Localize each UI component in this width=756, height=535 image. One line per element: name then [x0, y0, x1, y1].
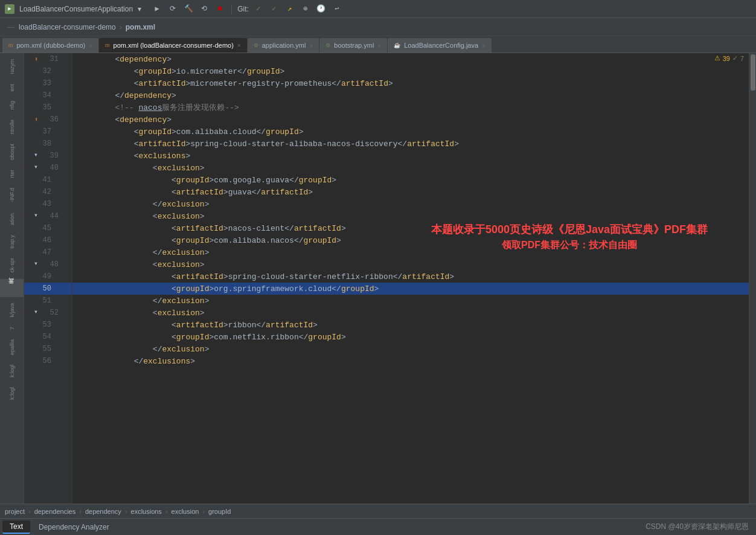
line-num-41: 41 [37, 176, 51, 184]
code-line-52: <exclusion> [72, 307, 756, 319]
tab-pom-dubbo[interactable]: m pom.xml (dubbo-demo) × [2, 38, 98, 53]
breadcrumb-bar: — loadBalancer-consumer-demo › pom.xml [0, 18, 756, 36]
warning-count: 39 [723, 55, 730, 62]
gutter-43: 43 [24, 198, 72, 210]
tab-close-1[interactable]: × [89, 42, 92, 49]
sidebar-item-infd[interactable]: -INF.d [8, 184, 16, 206]
tab-loadbalancer-config[interactable]: ☕ LoadBalancerConfig.java × [388, 38, 492, 53]
gutter-54: 54 [24, 331, 72, 343]
git-check1[interactable]: ✓ [252, 3, 264, 15]
tab-close-2[interactable]: × [237, 42, 241, 49]
tab-close-5[interactable]: × [482, 42, 485, 49]
gutter-48: ▼ 48 [24, 258, 72, 271]
tab-pom-loadbalancer[interactable]: m pom.xml (loadBalancer-consumer-demo) × [99, 38, 247, 53]
sidebar-item-razym[interactable]: razym [8, 56, 16, 78]
line-num-33: 33 [37, 79, 51, 88]
sidebar-item-obospt[interactable]: obospt [8, 140, 16, 164]
gutter-38: 38 [24, 138, 72, 150]
sidebar-item-7[interactable]: 7 [8, 323, 16, 333]
stop-btn[interactable]: ■ [214, 3, 226, 15]
line-num-56: 56 [37, 357, 51, 365]
sidebar-item-rter[interactable]: rter [8, 166, 16, 182]
sidebar-item-klogl2[interactable]: k:logl [8, 383, 16, 403]
gutter-39: ▼ 39 [24, 150, 72, 162]
build-btn[interactable]: 🔨 [182, 3, 194, 15]
code-line-49: <artifactId>spring-cloud-starter-netflix… [72, 271, 756, 283]
breadcrumb-project[interactable]: loadBalancer-consumer-demo [19, 23, 116, 31]
line-num-31: 31 [44, 55, 59, 63]
csdn-watermark: CSDN @40岁资深老架构师尼恩 [645, 522, 754, 532]
status-dependency: dependency [85, 508, 121, 515]
tab-bootstrap-yml[interactable]: ⚙ bootstrap.yml × [319, 38, 387, 53]
tab-icon-2: m [105, 42, 110, 48]
tab-application-yml[interactable]: ⚙ application.yml × [248, 38, 319, 53]
sep5: › [202, 508, 205, 515]
code-line-53: <artifactId>ribbon</artifactId> [72, 319, 756, 331]
scrollbar-track[interactable] [749, 53, 756, 504]
line-num-51: 51 [37, 296, 51, 305]
sidebar-item-ntrolle[interactable]: ntrolle [8, 116, 16, 138]
gutter-arrow-39: ▼ [34, 152, 42, 159]
sidebar-item-ckspr[interactable]: ck-spr [8, 254, 16, 277]
sidebar-expand[interactable]: 高开发 [0, 279, 24, 297]
tab-text[interactable]: Text [2, 521, 30, 534]
code-line-36: <dependency> [72, 114, 756, 126]
code-line-48: <exclusion> [72, 258, 756, 271]
code-line-40: <exclusion> [72, 162, 756, 174]
code-line-51: </exclusion> [72, 295, 756, 307]
debug-btn[interactable]: ⟲ [198, 3, 210, 15]
gutter-37: 37 [24, 126, 72, 138]
gutter-icon-36: ⬆ [34, 116, 42, 123]
sidebar-item-kjava[interactable]: k/java [8, 300, 16, 321]
tab-close-4[interactable]: × [377, 42, 381, 49]
dropdown-arrow: ▾ [138, 5, 141, 13]
collapse-icon[interactable]: — [7, 22, 15, 31]
gutter-arrow-44: ▼ [34, 213, 42, 220]
code-line-39: <exclusions> [72, 150, 756, 162]
sidebar-item-nfig[interactable]: nfig [8, 97, 16, 114]
code-line-54: <groupId>com.netflix.ribbon</groupId> [72, 331, 756, 343]
line-num-53: 53 [37, 321, 51, 329]
breadcrumb-file[interactable]: pom.xml [126, 23, 155, 31]
sidebar-item-trapy[interactable]: trap.y [8, 231, 16, 252]
gutter-45: 45 [24, 222, 72, 234]
gutter-32: 32 [24, 65, 72, 77]
git-label: Git: [237, 5, 249, 13]
tab-dependency-analyzer[interactable]: Dependency Analyzer [31, 521, 117, 534]
tab-label-1: pom.xml (dubbo-demo) [17, 42, 86, 49]
git-undo[interactable]: ↩ [331, 3, 343, 15]
tab-close-3[interactable]: × [309, 42, 313, 49]
tab-bar: m pom.xml (dubbo-demo) × m pom.xml (load… [0, 36, 756, 53]
sidebar-item-ation[interactable]: ation. [8, 208, 16, 229]
sidebar-item-klogl1[interactable]: k:logl [8, 361, 16, 381]
sidebar-item-ent[interactable]: ent [8, 80, 16, 95]
code-line-47: </exclusion> [72, 246, 756, 258]
gutter-52: ▼ 52 [24, 307, 72, 319]
reload-btn[interactable]: ⟳ [167, 3, 179, 15]
code-line-31: <dependency> [72, 53, 756, 65]
code-lines: <dependency> <groupId>io.micrometer</gro… [72, 53, 756, 367]
code-line-43: </exclusion> [72, 198, 756, 210]
line-num-48: 48 [44, 260, 59, 269]
line-num-44: 44 [44, 212, 59, 220]
git-clock[interactable]: 🕐 [315, 3, 327, 15]
tab-icon-3: ⚙ [254, 42, 258, 48]
scrollbar-thumb[interactable] [751, 54, 755, 91]
code-editor[interactable]: ⚠ 39 ✓ 7 <dependency> <groupId>io.microm… [72, 53, 756, 504]
code-line-41: <groupId>com.google.guava</groupId> [72, 174, 756, 186]
code-line-38: <artifactId>spring-cloud-starter-alibaba… [72, 138, 756, 150]
line-number-gutter: ⬆ 31 32 33 34 35 [24, 53, 72, 504]
sidebar-item-epallia[interactable]: epallia [8, 336, 16, 359]
line-num-42: 42 [37, 188, 51, 196]
git-arrow[interactable]: ↗ [284, 3, 296, 15]
gutter-41: 41 [24, 174, 72, 186]
sep4: › [165, 508, 168, 515]
git-merge[interactable]: ⊕ [300, 3, 312, 15]
line-num-47: 47 [37, 248, 51, 257]
run-btn[interactable]: ▶ [151, 3, 163, 15]
gutter-49: 49 [24, 271, 72, 283]
git-check2[interactable]: ✓ [268, 3, 280, 15]
line-num-49: 49 [37, 272, 51, 281]
status-exclusions: exclusions [131, 508, 162, 515]
app-name: LoadBalancerConsumerApplication [19, 5, 133, 13]
